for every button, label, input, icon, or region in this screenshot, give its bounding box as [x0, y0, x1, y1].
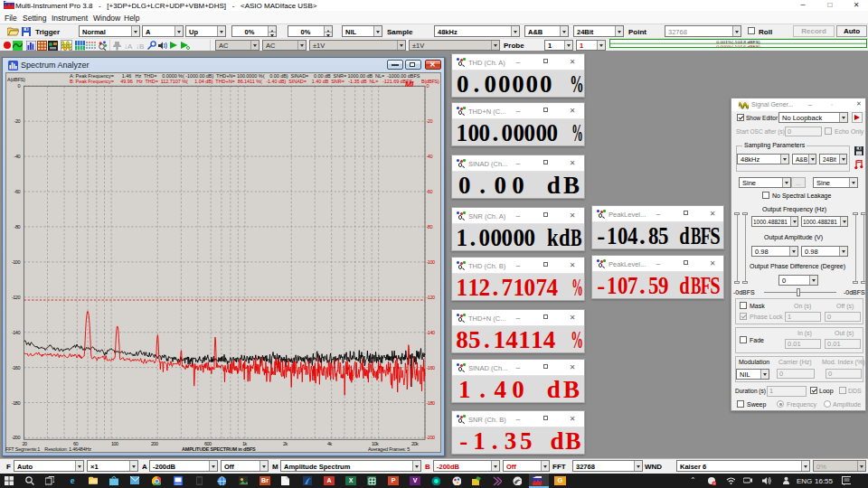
svg-text:↓B: ↓B [136, 42, 144, 51]
svg-text:↓A: ↓A [124, 42, 133, 51]
